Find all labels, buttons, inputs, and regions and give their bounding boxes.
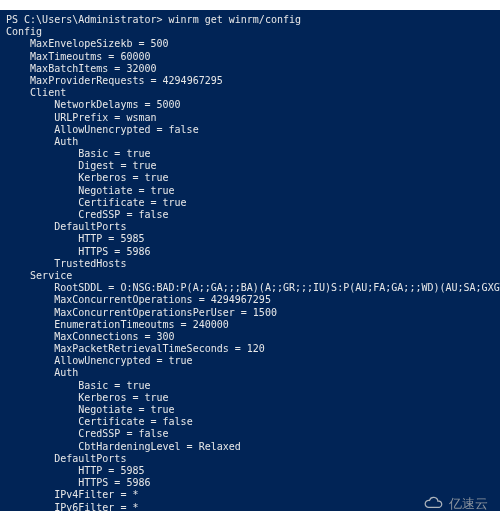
ipv4filter: *: [132, 489, 138, 500]
maxconcurrentops: 4294967295: [211, 294, 271, 305]
client-auth-kerberos: true: [144, 172, 168, 183]
cloud-icon: [423, 496, 445, 512]
maxpacketretrieval: 120: [247, 343, 265, 354]
cbthardeninglevel: Relaxed: [199, 441, 241, 452]
networkdelayms: 5000: [157, 99, 181, 110]
client-auth-credssp: false: [138, 209, 168, 220]
service-auth-credssp: false: [138, 428, 168, 439]
service-port-https: 5986: [126, 477, 150, 488]
output-root: Config: [6, 26, 42, 37]
maxtimeoutms: 60000: [120, 51, 150, 62]
service-port-http: 5985: [120, 465, 144, 476]
ps-prompt: PS C:\Users\Administrator>: [6, 14, 169, 25]
client-auth-negotiate: true: [151, 185, 175, 196]
enumtimeoutms: 240000: [193, 319, 229, 330]
client-port-https: 5986: [126, 246, 150, 257]
watermark-badge: 亿速云: [423, 495, 488, 511]
maxconcurrentopsperuser: 1500: [253, 307, 277, 318]
powershell-terminal[interactable]: PS C:\Users\Administrator> winrm get win…: [0, 10, 500, 511]
client-auth-digest: true: [132, 160, 156, 171]
watermark-text: 亿速云: [449, 495, 488, 511]
service-auth-certificate: false: [163, 416, 193, 427]
client-auth-basic: true: [126, 148, 150, 159]
client-port-http: 5985: [120, 233, 144, 244]
client-allowunencrypted: false: [169, 124, 199, 135]
urlprefix: wsman: [126, 112, 156, 123]
service-auth-basic: true: [126, 380, 150, 391]
client-auth-certificate: true: [163, 197, 187, 208]
command-text: winrm get winrm/config: [169, 14, 301, 25]
maxproviderrequests: 4294967295: [163, 75, 223, 86]
maxenvelopesizekb: 500: [151, 38, 169, 49]
maxbatchitems: 32000: [126, 63, 156, 74]
rootsddl: O:NSG:BAD:P(A;;GA;;;BA)(A;;GR;;;IU)S:P(A…: [120, 282, 500, 293]
maxconnections: 300: [157, 331, 175, 342]
service-auth-kerberos: true: [144, 392, 168, 403]
service-allowunencrypted: true: [169, 355, 193, 366]
service-auth-negotiate: true: [151, 404, 175, 415]
ipv6filter: *: [132, 502, 138, 512]
